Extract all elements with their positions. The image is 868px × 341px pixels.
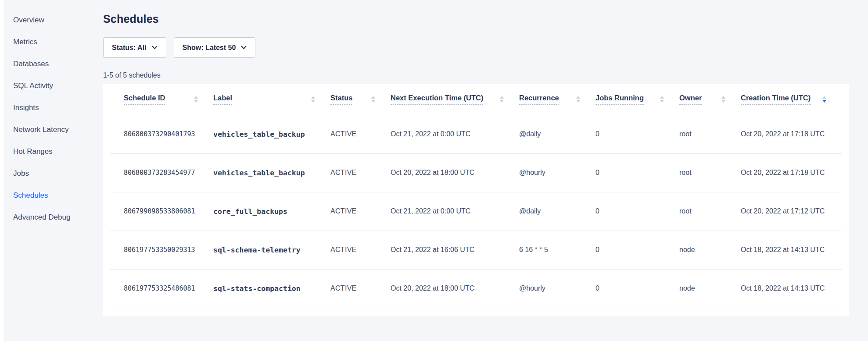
sidebar-item-overview[interactable]: Overview xyxy=(4,9,103,31)
recurrence-cell: 6 16 * * 5 xyxy=(519,231,595,269)
column-header-status: Status xyxy=(330,84,391,115)
label-cell: sql-stats-compaction xyxy=(213,269,330,308)
creation-time-cell: Oct 20, 2022 at 17:12 UTC xyxy=(741,192,842,231)
schedule-id-cell: 806197753325486081 xyxy=(110,269,213,308)
sidebar-item-label: Jobs xyxy=(13,169,29,178)
sidebar-item-insights[interactable]: Insights xyxy=(4,97,103,119)
show-filter-label: Show: Latest 50 xyxy=(183,44,236,52)
sidebar-item-label: SQL Activity xyxy=(13,82,53,90)
results-count: 1-5 of 5 schedules xyxy=(103,71,849,79)
sidebar-item-label: Hot Ranges xyxy=(13,147,53,156)
column-header-label[interactable]: Schedule ID xyxy=(124,94,165,105)
column-header-creation_time: Creation Time (UTC) xyxy=(741,84,842,115)
window-edge-strip xyxy=(0,0,4,341)
column-header-label[interactable]: Owner xyxy=(679,94,702,105)
column-header-label: Label xyxy=(213,84,330,115)
owner-cell: node xyxy=(679,269,741,308)
schedules-table-card: Schedule ID Label Status Next Execu xyxy=(103,84,849,316)
creation-time-cell: Oct 20, 2022 at 17:18 UTC xyxy=(741,153,842,192)
main-content: Schedules Status: All Show: Latest 50 1-… xyxy=(103,0,849,316)
next-execution-cell: Oct 21, 2022 at 0:00 UTC xyxy=(391,192,519,231)
schedules-table: Schedule ID Label Status Next Execu xyxy=(110,84,842,308)
sort-icon[interactable] xyxy=(371,96,376,103)
column-header-recurrence: Recurrence xyxy=(519,84,595,115)
sort-icon[interactable] xyxy=(311,96,316,103)
recurrence-cell: @daily xyxy=(519,192,595,231)
jobs-running-cell: 0 xyxy=(595,269,679,308)
column-header-jobs_running: Jobs Running xyxy=(595,84,679,115)
column-header-label[interactable]: Jobs Running xyxy=(595,94,644,105)
schedule-id-cell: 806800373290401793 xyxy=(110,115,213,153)
table-header-row: Schedule ID Label Status Next Execu xyxy=(110,84,842,115)
owner-cell: root xyxy=(679,153,741,192)
next-execution-cell: Oct 20, 2022 at 18:00 UTC xyxy=(391,269,519,308)
column-header-label[interactable]: Recurrence xyxy=(519,94,559,105)
sort-icon[interactable] xyxy=(576,96,581,103)
sidebar-item-databases[interactable]: Databases xyxy=(4,53,103,75)
sidebar-item-schedules[interactable]: Schedules xyxy=(4,185,103,206)
table-row: 806197753325486081 sql-stats-compaction … xyxy=(110,269,842,308)
sidebar-item-label: Schedules xyxy=(13,191,48,199)
sidebar-item-label: Metrics xyxy=(13,38,37,46)
label-cell: core_full_backups xyxy=(213,192,330,231)
owner-cell: node xyxy=(679,231,741,269)
jobs-running-cell: 0 xyxy=(595,153,679,192)
sidebar-item-hot-ranges[interactable]: Hot Ranges xyxy=(4,141,103,163)
sort-icon[interactable] xyxy=(822,96,827,103)
sidebar-item-jobs[interactable]: Jobs xyxy=(4,163,103,185)
schedule-id-cell: 806197753350029313 xyxy=(110,231,213,269)
schedule-id-cell: 806799098533806081 xyxy=(110,192,213,231)
sort-icon[interactable] xyxy=(499,96,504,103)
sort-icon[interactable] xyxy=(660,96,664,103)
sidebar-item-network-latency[interactable]: Network Latency xyxy=(4,119,103,141)
sidebar-item-metrics[interactable]: Metrics xyxy=(4,31,103,53)
next-execution-cell: Oct 20, 2022 at 18:00 UTC xyxy=(391,153,519,192)
sort-icon[interactable] xyxy=(194,96,198,103)
creation-time-cell: Oct 18, 2022 at 14:13 UTC xyxy=(741,231,842,269)
owner-cell: root xyxy=(679,192,741,231)
schedule-id-cell: 806800373283454977 xyxy=(110,153,213,192)
table-row: 806799098533806081 core_full_backups ACT… xyxy=(110,192,842,231)
label-cell: sql-schema-telemetry xyxy=(213,231,330,269)
status-cell: ACTIVE xyxy=(330,269,391,308)
sidebar-item-sql-activity[interactable]: SQL Activity xyxy=(4,75,103,97)
owner-cell: root xyxy=(679,115,741,153)
column-header-next_execution: Next Execution Time (UTC) xyxy=(391,84,519,115)
column-header-owner: Owner xyxy=(679,84,741,115)
sidebar-nav: Overview Metrics Databases SQL Activity … xyxy=(4,9,103,228)
column-header-label[interactable]: Status xyxy=(330,94,352,105)
status-filter-dropdown[interactable]: Status: All xyxy=(103,37,166,58)
recurrence-cell: @hourly xyxy=(519,153,595,192)
sidebar-item-label: Insights xyxy=(13,103,39,112)
page-title: Schedules xyxy=(103,13,849,25)
column-header-label[interactable]: Label xyxy=(213,94,232,105)
sidebar-item-label: Network Latency xyxy=(13,125,69,134)
sidebar-item-label: Databases xyxy=(13,60,49,68)
status-cell: ACTIVE xyxy=(330,192,391,231)
chevron-down-icon xyxy=(241,46,247,50)
sort-icon[interactable] xyxy=(721,96,726,103)
sidebar-item-label: Advanced Debug xyxy=(13,213,70,221)
chevron-down-icon xyxy=(152,46,158,50)
status-cell: ACTIVE xyxy=(330,231,391,269)
creation-time-cell: Oct 20, 2022 at 17:18 UTC xyxy=(741,115,842,153)
status-cell: ACTIVE xyxy=(330,153,391,192)
recurrence-cell: @hourly xyxy=(519,269,595,308)
column-header-label[interactable]: Creation Time (UTC) xyxy=(741,94,811,105)
column-header-label[interactable]: Next Execution Time (UTC) xyxy=(391,94,483,105)
sidebar-item-advanced-debug[interactable]: Advanced Debug xyxy=(4,206,103,228)
table-row: 806800373283454977 vehicles_table_backup… xyxy=(110,153,842,192)
sidebar-item-label: Overview xyxy=(13,16,44,24)
table-row: 806800373290401793 vehicles_table_backup… xyxy=(110,115,842,153)
status-cell: ACTIVE xyxy=(330,115,391,153)
next-execution-cell: Oct 21, 2022 at 16:06 UTC xyxy=(391,231,519,269)
jobs-running-cell: 0 xyxy=(595,192,679,231)
jobs-running-cell: 0 xyxy=(595,231,679,269)
label-cell: vehicles_table_backup xyxy=(213,153,330,192)
status-filter-label: Status: All xyxy=(112,44,147,52)
creation-time-cell: Oct 18, 2022 at 14:13 UTC xyxy=(741,269,842,308)
filter-bar: Status: All Show: Latest 50 xyxy=(103,37,849,58)
show-filter-dropdown[interactable]: Show: Latest 50 xyxy=(174,37,256,58)
label-cell: vehicles_table_backup xyxy=(213,115,330,153)
table-row: 806197753350029313 sql-schema-telemetry … xyxy=(110,231,842,269)
